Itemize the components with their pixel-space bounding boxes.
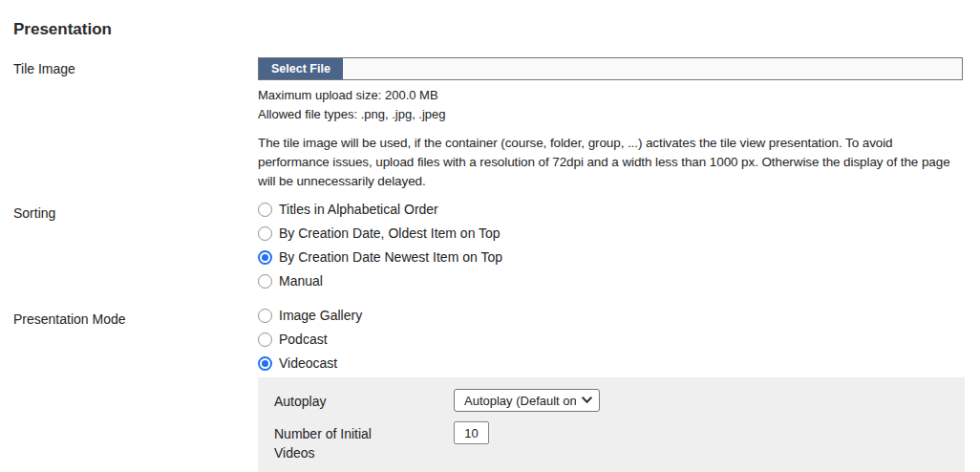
max-upload-size-text: Maximum upload size: 200.0 MB [258,86,965,105]
radio-option-image-gallery[interactable]: Image Gallery [258,308,965,324]
radio-option-videocast[interactable]: Videocast [258,355,965,372]
allowed-file-types-text: Allowed file types: .png, .jpg, .jpeg [258,105,965,124]
initial-videos-input[interactable] [454,421,489,444]
radio-option-by-creation-date-newest-item-on-top[interactable]: By Creation Date Newest Item on Top [258,249,965,266]
radio-option-manual[interactable]: Manual [258,273,965,290]
radio-option-titles-in-alphabetical-order[interactable]: Titles in Alphabetical Order [258,202,965,218]
autoplay-select-wrap: Autoplay (Default on) [454,389,600,412]
initial-videos-row: Number of Initial Videos [274,421,965,462]
tile-image-row: Tile Image Select File Maximum upload si… [13,57,965,191]
radio-option-podcast[interactable]: Podcast [258,332,965,348]
radio-unselected-icon[interactable] [258,226,272,241]
radio-option-label: Image Gallery [279,308,362,324]
radio-option-label: By Creation Date, Oldest Item on Top [279,225,501,242]
presentation-mode-label: Presentation Mode [13,308,258,472]
radio-unselected-icon[interactable] [258,309,272,323]
sorting-row: Sorting Titles in Alphabetical OrderBy C… [13,202,965,297]
presentation-mode-options: Image GalleryPodcastVideocast [258,308,965,379]
page-title: Presentation [13,20,965,39]
presentation-settings-form: Presentation Tile Image Select File Maxi… [0,0,980,472]
radio-option-label: Podcast [279,332,328,348]
autoplay-row: Autoplay Autoplay (Default on) [274,389,965,412]
radio-option-label: Titles in Alphabetical Order [279,202,438,218]
tile-image-byline: The tile image will be used, if the cont… [258,134,952,191]
sorting-options: Titles in Alphabetical OrderBy Creation … [258,202,965,297]
radio-unselected-icon[interactable] [258,333,272,347]
autoplay-select[interactable]: Autoplay (Default on) [454,389,600,412]
sorting-label: Sorting [13,202,258,297]
tile-image-label: Tile Image [13,57,258,191]
radio-option-label: By Creation Date Newest Item on Top [279,249,502,266]
radio-selected-icon[interactable] [258,356,272,371]
autoplay-label: Autoplay [274,389,454,412]
select-file-button[interactable]: Select File [259,58,343,79]
radio-unselected-icon[interactable] [258,203,272,217]
file-input[interactable]: Select File [258,57,963,80]
tile-image-control: Select File Maximum upload size: 200.0 M… [258,57,965,191]
radio-unselected-icon[interactable] [258,274,272,289]
videocast-settings-panel: Autoplay Autoplay (Default on) Number of… [258,377,965,472]
radio-selected-icon[interactable] [258,250,272,265]
presentation-mode-row: Presentation Mode Image GalleryPodcastVi… [13,308,965,472]
radio-option-label: Manual [279,273,323,290]
initial-videos-label: Number of Initial Videos [274,421,454,462]
radio-option-by-creation-date-oldest-item-on-top[interactable]: By Creation Date, Oldest Item on Top [258,225,965,242]
radio-option-label: Videocast [279,355,337,372]
